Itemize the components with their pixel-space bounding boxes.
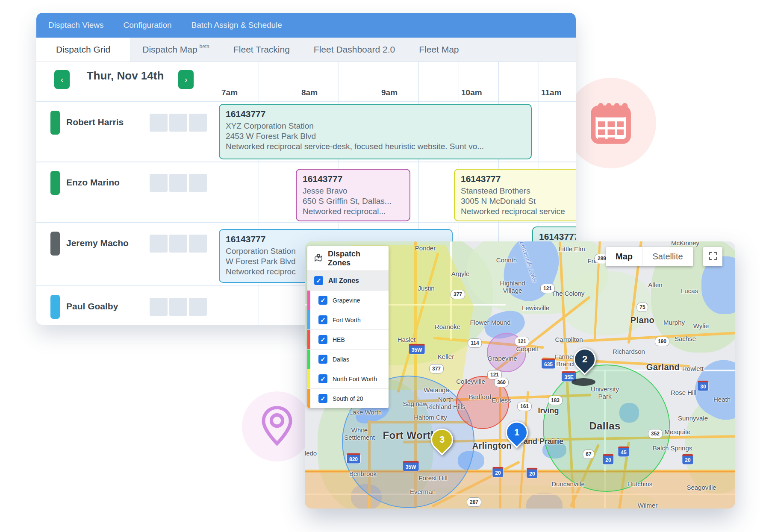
route-shield: 114 <box>468 338 482 348</box>
dispatch-zones-panel: Dispatch Zones All Zones Grapevine Fort … <box>307 246 389 408</box>
map-label: Everman <box>410 488 436 495</box>
checkbox-checked[interactable] <box>314 276 323 285</box>
zone-item-label: South of 20 <box>333 395 363 402</box>
map-label: Colleyville <box>456 378 485 385</box>
map-label: Haltom City <box>414 414 447 421</box>
route-shield: 190 <box>655 337 669 346</box>
zones-map-pin-icon <box>313 253 324 265</box>
dispatch-map[interactable]: McKinney Ponder Corinth Little Elm Frisc… <box>305 241 735 508</box>
marker-shadow <box>572 378 595 386</box>
nav-configuration[interactable]: Configuration <box>124 21 172 30</box>
map-label: Irving <box>538 406 559 415</box>
map-label: Seagoville <box>686 484 716 491</box>
map-type-satellite-button[interactable]: Satellite <box>642 247 693 266</box>
map-label: Sunnyvale <box>678 414 708 422</box>
event-id: 16143777 <box>461 174 576 184</box>
nav-batch-assign-schedule[interactable]: Batch Assign & Schedule <box>191 21 282 30</box>
event-line: 2453 W Forest Park Blvd <box>226 132 525 141</box>
view-tabbar: Dispatch Grid Dispatch Map beta Fleet Tr… <box>36 38 576 62</box>
checkbox-checked[interactable] <box>318 296 327 305</box>
route-shield: 820 <box>346 453 361 464</box>
fullscreen-button[interactable] <box>703 247 722 266</box>
dispatch-zones-header: Dispatch Zones <box>307 246 389 271</box>
map-label: ledo <box>305 450 317 457</box>
event-card[interactable]: 16143777 Stanstead Brothers 3005 N McDon… <box>454 169 576 221</box>
checkbox-checked[interactable] <box>318 315 327 324</box>
map-label: White Settlement <box>344 426 375 441</box>
event-card[interactable]: 16143777 XYZ Corporation Station 2453 W … <box>219 104 532 159</box>
placeholder-square <box>189 174 207 192</box>
tab-fleet-map[interactable]: Fleet Map <box>407 38 471 62</box>
route-shield: 183 <box>548 396 563 405</box>
map-label: Dallas <box>589 420 621 432</box>
route-shield: 20 <box>602 454 614 465</box>
date-label: Thur, Nov 14th <box>75 69 176 82</box>
zone-item-dallas[interactable]: Dallas <box>307 350 389 369</box>
zone-color-stripe <box>307 350 310 369</box>
map-label: Sachse <box>675 335 696 342</box>
tab-fleet-dashboard[interactable]: Fleet Dashboard 2.0 <box>302 38 407 62</box>
location-pin-decoration-circle <box>242 391 312 461</box>
event-card[interactable]: 16143777 Jesse Bravo 650 S Griffin St, D… <box>296 169 410 221</box>
zone-item-south-of-20[interactable]: South of 20 <box>307 389 389 408</box>
next-day-button[interactable]: › <box>178 70 194 89</box>
zone-item-fort-worth[interactable]: Fort Worth <box>307 310 389 330</box>
map-label: Richardson <box>613 348 645 355</box>
status-bar <box>50 295 60 319</box>
event-line: Networked reciprocal service <box>461 207 576 216</box>
map-type-controls: Map Satellite <box>606 247 693 266</box>
event-id: 16143777 <box>539 232 576 242</box>
map-label: University Park <box>591 385 619 400</box>
time-label-9am: 9am <box>381 88 398 97</box>
location-pin-icon <box>259 404 295 449</box>
map-type-map-button[interactable]: Map <box>606 247 642 266</box>
nav-dispatch-views[interactable]: Disptach Views <box>48 21 104 30</box>
fullscreen-icon <box>708 251 718 262</box>
placeholder-square <box>169 174 187 192</box>
tab-dispatch-grid[interactable]: Dispatch Grid <box>36 38 130 62</box>
checkbox-checked[interactable] <box>318 374 327 383</box>
map-label: Bedford <box>469 393 492 400</box>
placeholder-square <box>189 114 207 132</box>
checkbox-checked[interactable] <box>318 355 327 364</box>
route-shield: 121 <box>515 337 529 346</box>
zone-item-grapevine[interactable]: Grapevine <box>307 291 389 310</box>
map-label: Flower Mound <box>470 319 510 326</box>
map-label: Mesquite <box>665 428 691 435</box>
checkbox-checked[interactable] <box>318 335 327 344</box>
map-label: Lake Worth <box>349 409 382 416</box>
route-shield: 377 <box>429 364 444 373</box>
zone-color-stripe <box>307 389 310 408</box>
beta-badge: beta <box>200 44 209 50</box>
prev-day-button[interactable]: ‹ <box>54 70 70 89</box>
marker-number: 1 <box>507 423 527 442</box>
placeholder-square <box>150 298 168 316</box>
technician-name: Paul Goalby <box>66 301 118 312</box>
placeholder-square <box>150 235 168 253</box>
map-label: Duncanville <box>551 480 585 488</box>
map-label: Haslet <box>398 336 416 343</box>
checkbox-checked[interactable] <box>318 394 327 403</box>
zone-item-heb[interactable]: HEB <box>307 330 389 350</box>
placeholder-square <box>150 174 168 192</box>
tab-dispatch-map[interactable]: Dispatch Map beta <box>130 38 221 62</box>
map-label: Roanoke <box>435 323 460 330</box>
event-line: XYZ Corporation Station <box>226 121 525 131</box>
placeholder-square <box>169 298 187 316</box>
technician-name: Enzo Marino <box>66 177 120 188</box>
zone-item-all-zones[interactable]: All Zones <box>307 271 389 291</box>
route-shield: 20 <box>492 467 504 478</box>
map-label: Fort Worth <box>383 429 437 441</box>
zone-item-north-fort-worth[interactable]: North Fort Worth <box>307 369 389 389</box>
event-line: Networked reciprocal service-desk, focus… <box>226 142 525 151</box>
zone-item-label: North Fort Worth <box>333 376 377 382</box>
map-label: McKinney <box>671 241 699 247</box>
tab-fleet-tracking[interactable]: Fleet Tracking <box>221 38 302 62</box>
zone-item-label: HEB <box>333 336 345 343</box>
zone-color-stripe <box>307 369 310 388</box>
route-shield: 67 <box>583 450 594 459</box>
route-shield: 352 <box>648 429 663 438</box>
row-separator <box>36 101 576 102</box>
time-label-10am: 10am <box>461 88 482 97</box>
map-label: Garland <box>646 362 680 372</box>
